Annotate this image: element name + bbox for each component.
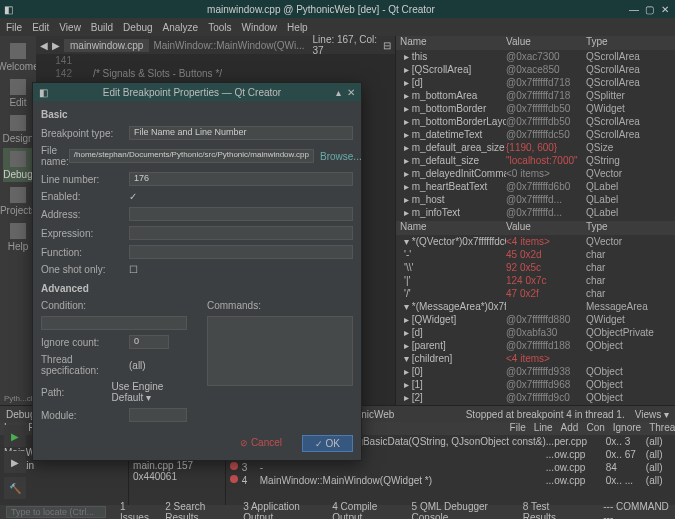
editor-tabbar: ◀ ▶ mainwindow.cpp MainWindow::MainWindo…	[36, 36, 395, 54]
menu-view[interactable]: View	[59, 22, 81, 33]
editor-path: MainWindow::MainWindow(QWi...	[153, 40, 304, 51]
threadspec-value: (all)	[129, 360, 146, 371]
nav-back-icon[interactable]: ◀	[40, 40, 48, 51]
dialog-title: Edit Breakpoint Properties — Qt Creator	[48, 87, 336, 98]
bptype-select[interactable]: File Name and Line Number	[129, 126, 353, 140]
sidebar-debug[interactable]: Debug	[3, 148, 33, 182]
filename-input[interactable]: /home/stephan/Documents/Pythonic/src/Pyt…	[69, 149, 314, 163]
menu-analyze[interactable]: Analyze	[163, 22, 199, 33]
status-issues[interactable]: 1 Issues	[120, 501, 151, 519]
cancel-button[interactable]: ⊘ Cancel	[228, 435, 294, 452]
status-search[interactable]: 2 Search Results	[165, 501, 229, 519]
commands-input[interactable]	[207, 316, 353, 386]
nav-fwd-icon[interactable]: ▶	[52, 40, 60, 51]
sidebar-design[interactable]: Design	[3, 112, 33, 146]
close-icon[interactable]: ✕	[661, 4, 671, 14]
sidebar-edit[interactable]: Edit	[3, 76, 33, 110]
function-input[interactable]	[129, 245, 353, 259]
minimize-icon[interactable]: —	[629, 4, 639, 14]
locals-pane: NameValueType ▸ this@0xac7300QScrollArea…	[395, 36, 675, 405]
maximize-icon[interactable]: ▢	[645, 4, 655, 14]
status-qml[interactable]: 5 QML Debugger Console	[412, 501, 509, 519]
run-debug-button[interactable]: ▶	[4, 451, 26, 473]
path-select[interactable]: Use Engine Default ▾	[112, 381, 187, 403]
menu-window[interactable]: Window	[242, 22, 278, 33]
ignorecount-input[interactable]: 0	[129, 335, 169, 349]
status-appout[interactable]: 3 Application Output	[243, 501, 318, 519]
titlebar: ◧ mainwindow.cpp @ PythonicWeb [dev] - Q…	[0, 0, 675, 18]
expressions-header: NameValueType	[396, 221, 675, 235]
statusbar: Pyth...clWeb 1 Issues 2 Search Results 3…	[0, 505, 675, 519]
sidebar-welcome[interactable]: Welcome	[3, 40, 33, 74]
menu-tools[interactable]: Tools	[208, 22, 231, 33]
condition-input[interactable]	[41, 316, 187, 330]
address-input[interactable]	[129, 207, 353, 221]
split-icon[interactable]: ⊟	[383, 40, 391, 51]
expression-input[interactable]	[129, 226, 353, 240]
views-dropdown[interactable]: Views ▾	[635, 409, 669, 420]
line-col-info: Line: 167, Col: 37	[313, 34, 379, 56]
basic-section: Basic	[41, 109, 353, 120]
menu-build[interactable]: Build	[91, 22, 113, 33]
locator-input[interactable]	[6, 506, 106, 518]
run-button[interactable]: ▶	[4, 425, 26, 447]
menu-help[interactable]: Help	[287, 22, 308, 33]
status-compile[interactable]: 4 Compile Output	[332, 501, 397, 519]
status-cmd: --- COMMAND ---	[603, 501, 669, 519]
enabled-checkbox[interactable]: ✓	[129, 191, 137, 202]
dialog-close-icon[interactable]: ✕	[347, 87, 355, 98]
debug-status: Stopped at breakpoint 4 in thread 1.	[466, 409, 625, 420]
expressions-list[interactable]: ▾ *(QVector*)0x7ffffffdc00<4 items>QVect…	[396, 235, 675, 406]
titlebar-text: mainwindow.cpp @ PythonicWeb [dev] - Qt …	[13, 4, 629, 15]
ok-button[interactable]: ✓ OK	[302, 435, 353, 452]
sidebar: Welcome Edit Design Debug Projects Help	[0, 36, 36, 405]
editor-tab[interactable]: mainwindow.cpp	[64, 39, 149, 52]
linenum-input[interactable]: 176	[129, 172, 353, 186]
build-button[interactable]: 🔨	[4, 477, 26, 499]
menu-file[interactable]: File	[6, 22, 22, 33]
sidebar-help[interactable]: Help	[3, 220, 33, 254]
dialog-icon: ◧	[39, 87, 48, 98]
dialog-min-icon[interactable]: ▴	[336, 87, 341, 98]
status-tests[interactable]: 8 Test Results	[523, 501, 576, 519]
browse-button[interactable]: Browse...	[320, 151, 362, 162]
oneshot-checkbox[interactable]: ☐	[129, 264, 138, 275]
sidebar-projects[interactable]: Projects	[3, 184, 33, 218]
locals-list[interactable]: ▸ this@0xac7300QScrollArea ▸ [QScrollAre…	[396, 50, 675, 221]
app-icon: ◧	[4, 4, 13, 15]
locals-header: NameValueType	[396, 36, 675, 50]
module-input[interactable]	[129, 408, 187, 422]
menu-debug[interactable]: Debug	[123, 22, 152, 33]
breakpoint-dialog: ◧ Edit Breakpoint Properties — Qt Creato…	[32, 82, 362, 461]
advanced-section: Advanced	[41, 283, 353, 294]
menu-edit[interactable]: Edit	[32, 22, 49, 33]
